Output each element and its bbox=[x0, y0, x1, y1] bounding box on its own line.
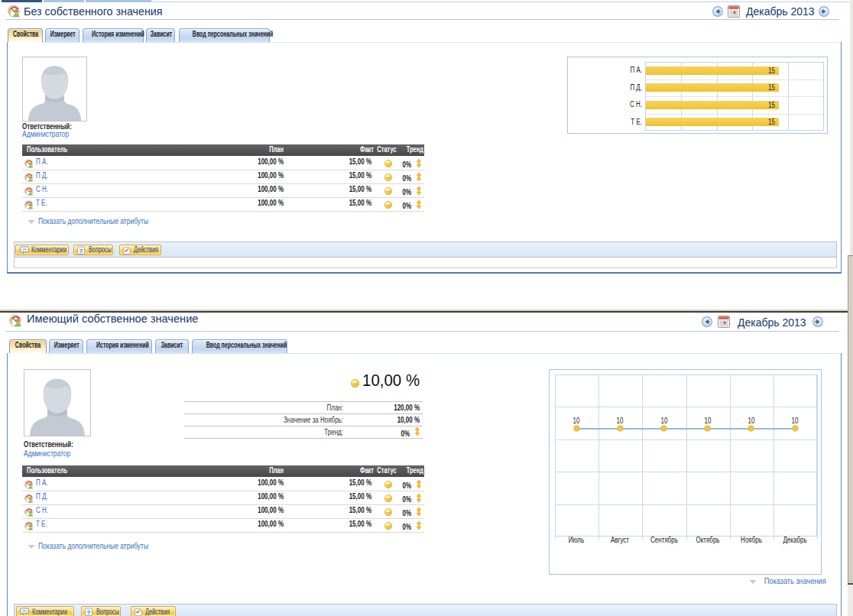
svg-text:?: ? bbox=[79, 248, 83, 255]
svg-text:?: ? bbox=[87, 609, 91, 616]
